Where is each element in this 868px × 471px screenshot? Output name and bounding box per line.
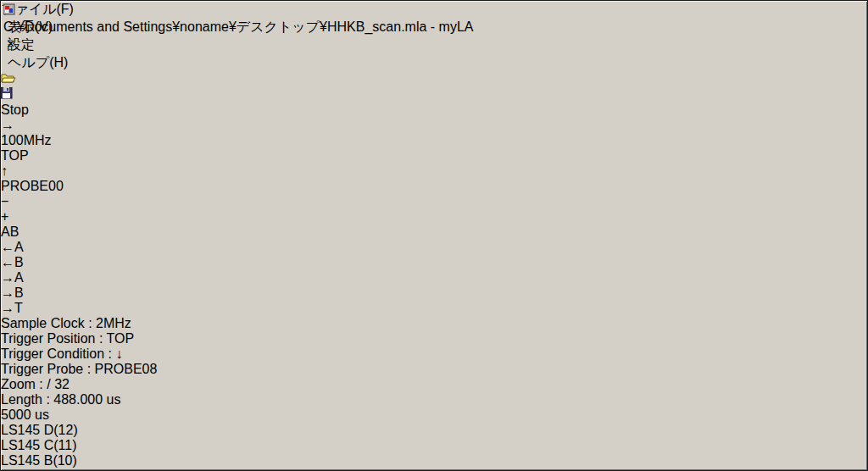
app-window: C:¥Documents and Settings¥noname¥デスクトップ¥… [0, 0, 868, 471]
channel-label-column: LS145 D(12)LS145 C(11)LS145 B(10)LS145 A… [1, 423, 867, 471]
run-button[interactable]: → [1, 118, 31, 133]
goto-cursor-b-right-button[interactable]: →B [1, 285, 867, 301]
clock-select[interactable]: 100MHz [1, 133, 64, 148]
channel-label: LS145 D(12) [1, 423, 867, 438]
trigger-condition-info: Trigger Condition : ↓ [1, 346, 867, 362]
edge-select[interactable]: ↑ [1, 163, 26, 179]
close-icon: × [7, 36, 865, 52]
save-floppy-icon [1, 87, 13, 99]
probe-value: PROBE00 [1, 179, 64, 193]
run-arrow-icon: → [1, 118, 14, 132]
app-icon [3, 3, 15, 15]
length-info: Length : 488.000 us [1, 392, 867, 407]
goto-cursor-a-right-button[interactable]: →A [1, 270, 867, 285]
open-file-button[interactable] [1, 72, 21, 87]
channel-label: LS145 B(10) [1, 453, 867, 468]
goto-cursor-a-left-button[interactable]: ←A [1, 240, 867, 255]
waveform-panel: Sample Clock : 2MHz Trigger Position : T… [1, 316, 867, 471]
sample-clock-info: Sample Clock : 2MHz [1, 316, 867, 331]
save-button[interactable] [1, 87, 21, 103]
open-folder-icon [1, 72, 16, 84]
zoom-info: Zoom : / 32 [1, 377, 867, 392]
edge-value: ↑ [1, 163, 8, 178]
stop-button[interactable]: Stop [1, 103, 46, 118]
clock-value: 100MHz [1, 133, 52, 147]
window-title: C:¥Documents and Settings¥noname¥デスクトップ¥… [3, 19, 865, 36]
close-button[interactable]: × [7, 36, 865, 52]
channel-label: LS145 C(11) [1, 438, 867, 453]
trigger-probe-info: Trigger Probe : PROBE08 [1, 362, 867, 377]
zoom-ab-button[interactable]: AB [1, 224, 867, 240]
goto-cursor-b-left-button[interactable]: ←B [1, 255, 867, 270]
trigger-position-value: TOP [1, 148, 29, 163]
probe-select[interactable]: PROBE00 [1, 179, 65, 194]
zoom-in-button[interactable]: + [1, 209, 867, 224]
menu-help[interactable]: ヘルプ(H) [8, 54, 867, 72]
zoom-out-button[interactable]: − [1, 194, 867, 209]
time-scale-label: 5000 us [1, 407, 867, 423]
title-bar[interactable]: C:¥Documents and Settings¥noname¥デスクトップ¥… [3, 3, 865, 19]
toolbar: Stop → 100MHz TOP ↑ PROBE00 − + AB [1, 72, 867, 316]
trigger-position-info: Trigger Position : TOP [1, 331, 867, 346]
trigger-position-select[interactable]: TOP [1, 148, 64, 163]
goto-trigger-button[interactable]: →T [1, 301, 867, 316]
stop-label: Stop [1, 103, 29, 117]
